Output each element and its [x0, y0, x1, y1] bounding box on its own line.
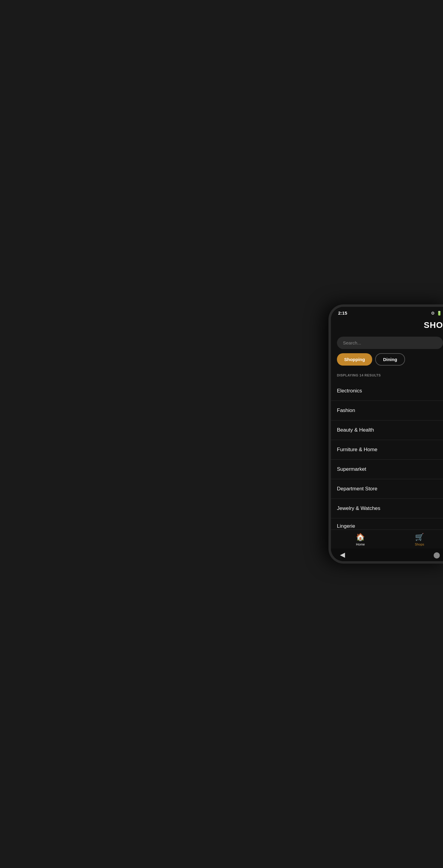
- list-item[interactable]: Beauty & Health: [331, 421, 443, 440]
- category-name: Furniture & Home: [337, 447, 377, 453]
- tab-shopping[interactable]: Shopping: [337, 353, 372, 366]
- nav-label-shops: Shops: [415, 542, 424, 546]
- category-name: Lingerie: [337, 523, 355, 529]
- category-list: Electronics Fashion Beauty & Health Furn…: [331, 381, 443, 530]
- category-name: Electronics: [337, 388, 362, 394]
- filter-tabs: Shopping Dining: [331, 353, 443, 370]
- category-name: Jewelry & Watches: [337, 505, 380, 511]
- back-button[interactable]: ◀: [340, 551, 345, 559]
- list-item[interactable]: Jewelry & Watches: [331, 499, 443, 518]
- shops-icon: 🛒: [415, 533, 424, 541]
- list-item[interactable]: Electronics: [331, 381, 443, 401]
- header: SHO: [331, 318, 443, 334]
- home-button[interactable]: ⬤: [433, 551, 440, 558]
- list-item[interactable]: Furniture & Home: [331, 440, 443, 460]
- status-time: 2:15: [338, 310, 347, 315]
- list-item[interactable]: Department Store: [331, 479, 443, 499]
- list-item[interactable]: Supermarket: [331, 460, 443, 479]
- nav-label-home: Home: [356, 542, 365, 546]
- nav-item-shops[interactable]: 🛒 Shops: [390, 533, 443, 546]
- search-input[interactable]: Search...: [343, 340, 361, 345]
- list-item[interactable]: Fashion: [331, 401, 443, 421]
- tab-dining[interactable]: Dining: [375, 353, 405, 366]
- search-bar[interactable]: Search...: [337, 337, 443, 349]
- category-name: Fashion: [337, 407, 355, 413]
- status-bar: 2:15 ⚙ 🔋: [331, 307, 443, 318]
- nav-item-home[interactable]: 🏠 Home: [331, 533, 390, 546]
- system-bar: ◀ ⬤: [331, 549, 443, 561]
- settings-icon: ⚙: [431, 311, 435, 315]
- home-icon: 🏠: [356, 533, 365, 541]
- bottom-nav: 🏠 Home 🛒 Shops: [331, 530, 443, 549]
- category-name: Beauty & Health: [337, 427, 374, 433]
- results-text: DISPLAYING 14 RESULTS: [337, 373, 381, 377]
- list-item[interactable]: Lingerie: [331, 518, 443, 530]
- status-icons: ⚙ 🔋: [431, 311, 442, 315]
- header-title: SHO: [424, 320, 443, 330]
- battery-icon: 🔋: [437, 311, 442, 315]
- results-count: DISPLAYING 14 RESULTS: [331, 370, 443, 381]
- category-name: Department Store: [337, 486, 377, 492]
- category-name: Supermarket: [337, 466, 366, 472]
- search-container: Search...: [331, 334, 443, 353]
